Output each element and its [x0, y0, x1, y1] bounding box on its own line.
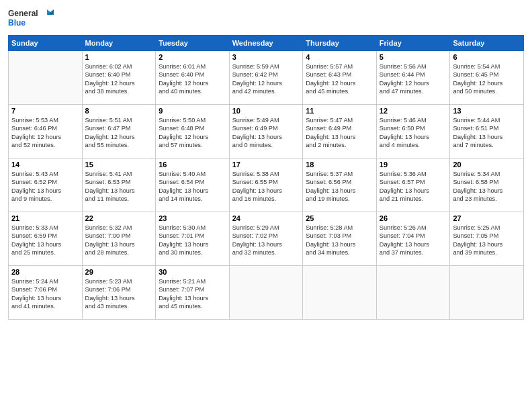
cell-content: Sunrise: 5:47 AM Sunset: 6:49 PM Dayligh… [306, 116, 373, 150]
cell-content: Sunrise: 5:56 AM Sunset: 6:44 PM Dayligh… [380, 62, 447, 96]
calendar-cell: 30Sunrise: 5:21 AM Sunset: 7:07 PM Dayli… [156, 266, 230, 320]
cell-content: Sunrise: 5:43 AM Sunset: 6:52 PM Dayligh… [11, 170, 79, 203]
cell-content: Sunrise: 6:01 AM Sunset: 6:40 PM Dayligh… [159, 62, 226, 96]
day-number: 13 [453, 107, 521, 115]
calendar-cell: 11Sunrise: 5:47 AM Sunset: 6:49 PM Dayli… [303, 105, 377, 158]
cell-content: Sunrise: 5:59 AM Sunset: 6:42 PM Dayligh… [232, 62, 300, 96]
cell-content: Sunrise: 5:33 AM Sunset: 6:59 PM Dayligh… [11, 224, 79, 257]
calendar-cell: 22Sunrise: 5:32 AM Sunset: 7:00 PM Dayli… [82, 212, 156, 266]
col-header-sunday: Sunday [9, 36, 83, 51]
calendar-cell [229, 266, 303, 320]
day-number: 12 [380, 107, 447, 115]
cell-content: Sunrise: 5:29 AM Sunset: 7:02 PM Dayligh… [232, 224, 300, 257]
col-header-monday: Monday [82, 36, 156, 51]
day-number: 4 [306, 53, 373, 61]
col-header-wednesday: Wednesday [229, 36, 303, 51]
day-number: 9 [159, 107, 226, 115]
day-number: 6 [453, 53, 521, 61]
day-number: 2 [159, 53, 226, 61]
calendar-cell: 20Sunrise: 5:34 AM Sunset: 6:58 PM Dayli… [450, 158, 524, 212]
day-number: 29 [85, 268, 153, 276]
day-number: 26 [380, 214, 447, 222]
day-number: 15 [85, 161, 153, 169]
calendar-cell: 10Sunrise: 5:49 AM Sunset: 6:49 PM Dayli… [229, 105, 303, 158]
col-header-friday: Friday [376, 36, 450, 51]
col-header-tuesday: Tuesday [156, 36, 230, 51]
calendar-cell: 24Sunrise: 5:29 AM Sunset: 7:02 PM Dayli… [229, 212, 303, 266]
cell-content: Sunrise: 5:50 AM Sunset: 6:48 PM Dayligh… [159, 116, 226, 150]
day-number: 22 [85, 214, 153, 222]
cell-content: Sunrise: 5:23 AM Sunset: 7:06 PM Dayligh… [85, 277, 153, 311]
calendar-cell [9, 51, 83, 105]
calendar-cell: 3Sunrise: 5:59 AM Sunset: 6:42 PM Daylig… [229, 51, 303, 105]
cell-content: Sunrise: 6:02 AM Sunset: 6:40 PM Dayligh… [85, 62, 153, 96]
cell-content: Sunrise: 5:38 AM Sunset: 6:55 PM Dayligh… [232, 170, 300, 203]
calendar-cell: 14Sunrise: 5:43 AM Sunset: 6:52 PM Dayli… [9, 158, 83, 212]
header-row: SundayMondayTuesdayWednesdayThursdayFrid… [9, 36, 524, 51]
calendar-cell: 18Sunrise: 5:37 AM Sunset: 6:56 PM Dayli… [303, 158, 377, 212]
cell-content: Sunrise: 5:34 AM Sunset: 6:58 PM Dayligh… [453, 170, 521, 203]
day-number: 11 [306, 107, 373, 115]
calendar-cell: 29Sunrise: 5:23 AM Sunset: 7:06 PM Dayli… [82, 266, 156, 320]
calendar-cell [376, 266, 450, 320]
cell-content: Sunrise: 5:36 AM Sunset: 6:57 PM Dayligh… [380, 170, 447, 203]
day-number: 17 [232, 161, 300, 169]
day-number: 18 [306, 161, 373, 169]
cell-content: Sunrise: 5:57 AM Sunset: 6:43 PM Dayligh… [306, 62, 373, 96]
logo-svg: General Blue [8, 7, 55, 31]
day-number: 3 [232, 53, 300, 61]
calendar-cell: 15Sunrise: 5:41 AM Sunset: 6:53 PM Dayli… [82, 158, 156, 212]
day-number: 30 [159, 268, 226, 276]
week-row-5: 28Sunrise: 5:24 AM Sunset: 7:06 PM Dayli… [9, 266, 524, 320]
calendar-header: SundayMondayTuesdayWednesdayThursdayFrid… [9, 36, 524, 51]
calendar-cell: 21Sunrise: 5:33 AM Sunset: 6:59 PM Dayli… [9, 212, 83, 266]
cell-content: Sunrise: 5:54 AM Sunset: 6:45 PM Dayligh… [453, 62, 521, 96]
calendar-cell [303, 266, 377, 320]
calendar-cell: 12Sunrise: 5:46 AM Sunset: 6:50 PM Dayli… [376, 105, 450, 158]
calendar-cell: 16Sunrise: 5:40 AM Sunset: 6:54 PM Dayli… [156, 158, 230, 212]
calendar-cell: 8Sunrise: 5:51 AM Sunset: 6:47 PM Daylig… [82, 105, 156, 158]
day-number: 14 [11, 161, 79, 169]
calendar-cell: 9Sunrise: 5:50 AM Sunset: 6:48 PM Daylig… [156, 105, 230, 158]
svg-text:General: General [8, 9, 38, 18]
cell-content: Sunrise: 5:46 AM Sunset: 6:50 PM Dayligh… [380, 116, 447, 150]
calendar-cell: 17Sunrise: 5:38 AM Sunset: 6:55 PM Dayli… [229, 158, 303, 212]
day-number: 21 [11, 214, 79, 222]
cell-content: Sunrise: 5:26 AM Sunset: 7:04 PM Dayligh… [380, 224, 447, 257]
calendar-cell: 23Sunrise: 5:30 AM Sunset: 7:01 PM Dayli… [156, 212, 230, 266]
day-number: 16 [159, 161, 226, 169]
cell-content: Sunrise: 5:49 AM Sunset: 6:49 PM Dayligh… [232, 116, 300, 150]
cell-content: Sunrise: 5:53 AM Sunset: 6:46 PM Dayligh… [11, 116, 79, 150]
week-row-3: 14Sunrise: 5:43 AM Sunset: 6:52 PM Dayli… [9, 158, 524, 212]
week-row-4: 21Sunrise: 5:33 AM Sunset: 6:59 PM Dayli… [9, 212, 524, 266]
day-number: 24 [232, 214, 300, 222]
cell-content: Sunrise: 5:28 AM Sunset: 7:03 PM Dayligh… [306, 224, 373, 257]
cell-content: Sunrise: 5:40 AM Sunset: 6:54 PM Dayligh… [159, 170, 226, 203]
day-number: 7 [11, 107, 79, 115]
calendar-cell: 27Sunrise: 5:25 AM Sunset: 7:05 PM Dayli… [450, 212, 524, 266]
cell-content: Sunrise: 5:51 AM Sunset: 6:47 PM Dayligh… [85, 116, 153, 150]
day-number: 20 [453, 161, 521, 169]
day-number: 23 [159, 214, 226, 222]
cell-content: Sunrise: 5:21 AM Sunset: 7:07 PM Dayligh… [159, 277, 226, 311]
col-header-saturday: Saturday [450, 36, 524, 51]
calendar-cell: 25Sunrise: 5:28 AM Sunset: 7:03 PM Dayli… [303, 212, 377, 266]
day-number: 19 [380, 161, 447, 169]
calendar-cell: 7Sunrise: 5:53 AM Sunset: 6:46 PM Daylig… [9, 105, 83, 158]
svg-text:Blue: Blue [8, 18, 26, 28]
day-number: 28 [11, 268, 79, 276]
day-number: 8 [85, 107, 153, 115]
page-container: General Blue SundayMondayTuesdayWednesda… [0, 0, 532, 325]
calendar-body: 1Sunrise: 6:02 AM Sunset: 6:40 PM Daylig… [9, 51, 524, 320]
calendar-cell: 6Sunrise: 5:54 AM Sunset: 6:45 PM Daylig… [450, 51, 524, 105]
calendar-cell [450, 266, 524, 320]
calendar-table: SundayMondayTuesdayWednesdayThursdayFrid… [8, 35, 524, 320]
day-number: 1 [85, 53, 153, 61]
cell-content: Sunrise: 5:32 AM Sunset: 7:00 PM Dayligh… [85, 224, 153, 257]
calendar-cell: 28Sunrise: 5:24 AM Sunset: 7:06 PM Dayli… [9, 266, 83, 320]
week-row-2: 7Sunrise: 5:53 AM Sunset: 6:46 PM Daylig… [9, 105, 524, 158]
week-row-1: 1Sunrise: 6:02 AM Sunset: 6:40 PM Daylig… [9, 51, 524, 105]
day-number: 5 [380, 53, 447, 61]
cell-content: Sunrise: 5:24 AM Sunset: 7:06 PM Dayligh… [11, 277, 79, 311]
cell-content: Sunrise: 5:44 AM Sunset: 6:51 PM Dayligh… [453, 116, 521, 150]
